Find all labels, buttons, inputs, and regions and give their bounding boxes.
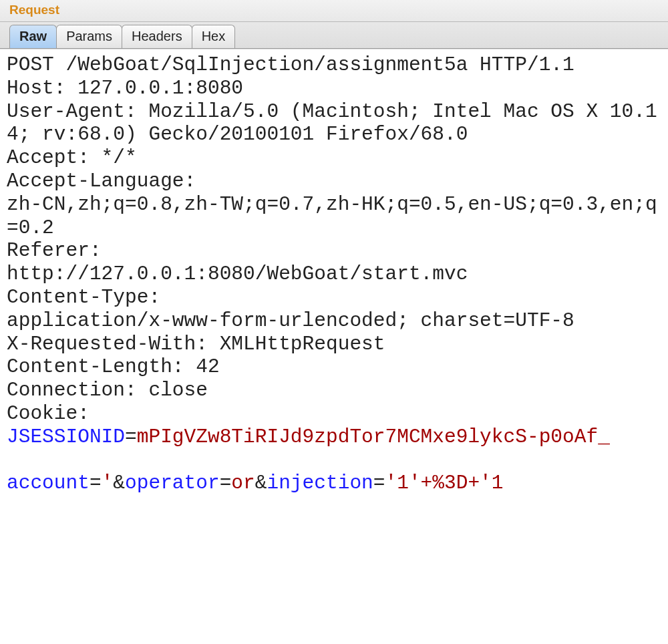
cookie-eq: = bbox=[125, 426, 137, 448]
header-referer-value: http://127.0.0.1:8080/WebGoat/start.mvc bbox=[7, 263, 468, 285]
header-content-length: Content-Length: 42 bbox=[7, 355, 220, 378]
body-param-key-injection: injection bbox=[267, 472, 373, 494]
tab-row: Raw Params Headers Hex bbox=[0, 22, 668, 49]
header-accept-language-label: Accept-Language: bbox=[7, 170, 196, 192]
header-x-requested-with: X-Requested-With: XMLHttpRequest bbox=[7, 333, 385, 355]
body-param-val-operator: or bbox=[231, 472, 255, 494]
request-raw-content[interactable]: POST /WebGoat/SqlInjection/assignment5a … bbox=[0, 49, 668, 495]
header-content-type-label: Content-Type: bbox=[7, 286, 160, 309]
tab-hex[interactable]: Hex bbox=[192, 25, 236, 48]
body-eq: = bbox=[373, 472, 385, 494]
body-eq: = bbox=[90, 472, 102, 494]
body-param-val-account: ' bbox=[102, 472, 114, 494]
header-cookie-label: Cookie: bbox=[7, 402, 90, 425]
header-connection: Connection: close bbox=[7, 379, 208, 401]
body-param-key-account: account bbox=[7, 472, 90, 494]
header-accept-language-value: zh-CN,zh;q=0.8,zh-TW;q=0.7,zh-HK;q=0.5,e… bbox=[7, 193, 657, 239]
cookie-key: JSESSIONID bbox=[7, 426, 125, 448]
tab-params[interactable]: Params bbox=[56, 25, 122, 48]
body-amp: & bbox=[113, 472, 125, 494]
cookie-value: mPIgVZw8TiRIJd9zpdTor7MCMxe9lykcS-p0oAf_ bbox=[137, 426, 610, 448]
tab-headers[interactable]: Headers bbox=[122, 25, 192, 48]
panel-header: Request bbox=[0, 0, 668, 22]
header-content-type-value: application/x-www-form-urlencoded; chars… bbox=[7, 309, 574, 332]
body-eq: = bbox=[220, 472, 232, 494]
request-line: POST /WebGoat/SqlInjection/assignment5a … bbox=[7, 53, 574, 76]
tab-raw[interactable]: Raw bbox=[9, 25, 57, 48]
header-host: Host: 127.0.0.1:8080 bbox=[7, 77, 243, 100]
panel-title: Request bbox=[7, 3, 59, 17]
body-param-key-operator: operator bbox=[125, 472, 220, 494]
header-referer-label: Referer: bbox=[7, 239, 102, 262]
body-amp: & bbox=[255, 472, 267, 494]
body-param-val-injection: '1'+%3D+'1 bbox=[385, 472, 504, 494]
header-accept: Accept: */* bbox=[7, 146, 137, 169]
header-user-agent: User-Agent: Mozilla/5.0 (Macintosh; Inte… bbox=[7, 100, 657, 146]
